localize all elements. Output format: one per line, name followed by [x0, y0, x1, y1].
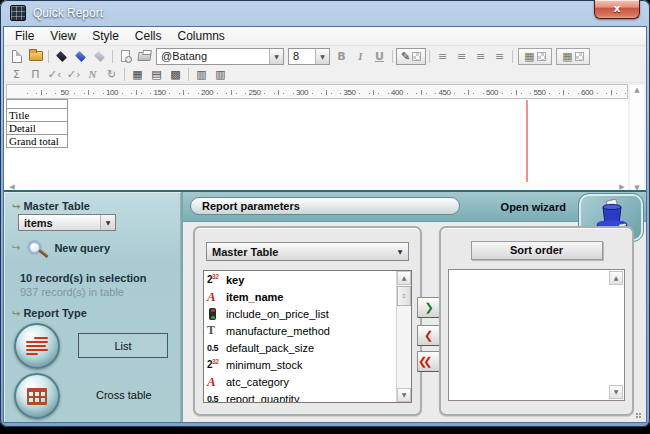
scroll-up-icon[interactable]: ▲ [630, 85, 644, 95]
field-row-default_pack_size[interactable]: 0.5default_pack_size [204, 339, 411, 356]
export-button[interactable] [90, 48, 109, 65]
field-rows: 232keyAitem_nameinclude_on_price_listTma… [204, 271, 411, 403]
pencil-icon: ✎ [401, 50, 410, 63]
band-row-title[interactable]: Title [6, 109, 68, 122]
report-parameters-panel: Report parameters Open wizard [183, 192, 646, 422]
sort-order-header[interactable]: Sort order [471, 241, 603, 260]
field-label: manufacture_method [226, 325, 330, 337]
band-header-cell[interactable] [6, 99, 68, 109]
cross-table-report-button[interactable] [14, 373, 60, 419]
align-left-button[interactable]: ≡ [433, 48, 452, 65]
cross-table-icon [27, 388, 47, 405]
insert-column-button[interactable]: ▥ [192, 66, 211, 83]
menu-cells[interactable]: Cells [127, 27, 170, 46]
cell-border-color-button[interactable]: ▦ [556, 48, 590, 65]
delete-column-button[interactable]: ▥ [211, 66, 230, 83]
field-row-item_name[interactable]: Aitem_name [204, 288, 411, 305]
chevron-down-icon[interactable]: ▼ [315, 49, 329, 64]
menu-view[interactable]: View [42, 27, 84, 46]
field-label: item_name [226, 291, 283, 303]
resize-grip[interactable] [636, 413, 642, 419]
vertical-scrollbar[interactable]: ▲ ▼ [630, 85, 644, 193]
field-row-atc_category[interactable]: Aatc_category [204, 373, 411, 390]
report-parameters-header: Report parameters [190, 197, 460, 215]
align-justify-button[interactable]: ≡ [490, 48, 509, 65]
grid-borders-button[interactable]: ▦ [128, 66, 147, 83]
new-report-button[interactable] [7, 48, 26, 65]
table-icon: ▦ [524, 50, 534, 63]
master-table-label: Master Table [23, 200, 89, 212]
menu-columns[interactable]: Columns [170, 27, 233, 46]
parameters-table-select[interactable]: Master Table ▼ [206, 242, 409, 261]
field-list[interactable]: 232keyAitem_nameinclude_on_price_listTma… [203, 270, 412, 403]
align-right-button[interactable]: ≡ [471, 48, 490, 65]
sum-button[interactable]: Σ [7, 66, 26, 83]
scroll-up-icon[interactable]: ▲ [609, 271, 623, 285]
italic-button[interactable]: I [351, 48, 370, 65]
field-row-minimum_stock[interactable]: 232minimum_stock [204, 356, 411, 373]
add-field-button[interactable]: ❯ [417, 297, 441, 318]
save-button[interactable] [52, 48, 71, 65]
field-list-scrollbar[interactable]: ▲ ≡ ▼ [396, 271, 411, 402]
band-row-grand-total[interactable]: Grand total [6, 135, 68, 148]
field-row-key[interactable]: 232key [204, 271, 411, 288]
band-row-detail[interactable]: Detail [6, 122, 68, 135]
separator [124, 68, 125, 81]
arrow-bullet-icon: ↪ [12, 201, 20, 212]
menu-style[interactable]: Style [84, 27, 127, 46]
expression-button[interactable]: Π [26, 66, 45, 83]
scroll-down-icon[interactable]: ▼ [609, 385, 623, 399]
titlebar[interactable]: Quick Report x [0, 0, 650, 26]
chevron-down-icon[interactable]: ▼ [392, 243, 408, 260]
chevron-down-icon[interactable]: ▼ [269, 49, 283, 64]
scrollbar-thumb[interactable]: ≡ [397, 286, 411, 306]
bold-button[interactable]: B [332, 48, 351, 65]
print-preview-button[interactable] [116, 48, 135, 65]
font-size-value: 8 [289, 50, 315, 62]
field-row-include_on_price_list[interactable]: include_on_price_list [204, 305, 411, 322]
master-table-value: items [19, 217, 100, 229]
list-report-icon [26, 337, 48, 355]
sort-order-list[interactable]: ▲ ▼ [448, 269, 625, 401]
grid-rows-button[interactable]: ▤ [147, 66, 166, 83]
check-out-button[interactable]: ✓› [64, 66, 83, 83]
ruler-label: 400 [391, 88, 403, 97]
menu-file[interactable]: File [7, 27, 42, 46]
print-button[interactable] [135, 48, 154, 65]
cell-background-button[interactable]: ▦ [518, 48, 552, 65]
close-button[interactable]: x [594, 0, 640, 19]
font-family-select[interactable]: @Batang ▼ [156, 48, 284, 65]
grid-shading-button[interactable]: ▩ [166, 66, 185, 83]
align-center-button[interactable]: ≡ [452, 48, 471, 65]
list-report-selected-label[interactable]: List [78, 333, 168, 358]
scroll-down-icon[interactable]: ▼ [397, 388, 411, 402]
field-name-button[interactable]: N [83, 66, 102, 83]
remove-field-button[interactable]: ❯ [417, 325, 441, 346]
bottom-panel: ↪ Master Table items ▼ ↪ New query 10 re… [4, 190, 646, 422]
undo-button[interactable]: ↻ [102, 66, 121, 83]
check-in-button[interactable]: ✓‹ [45, 66, 64, 83]
separator [512, 50, 513, 63]
master-table-select[interactable]: items ▼ [18, 214, 116, 231]
field-row-report_quantity[interactable]: 0.5report_quantity [204, 390, 411, 403]
design-canvas[interactable]: TitleDetailGrand total [4, 99, 628, 194]
underline-button[interactable]: U [370, 48, 389, 65]
app-icon [10, 5, 26, 21]
chevron-down-icon[interactable]: ▼ [100, 215, 115, 230]
scroll-up-icon[interactable]: ▲ [397, 271, 411, 285]
chevron-right-icon: ❯ [424, 301, 433, 314]
available-fields-group: Master Table ▼ 232keyAitem_nameinclude_o… [193, 226, 422, 416]
field-label: key [226, 274, 244, 286]
page-margin-marker[interactable] [526, 100, 528, 182]
separator [48, 50, 49, 63]
save-as-button[interactable] [71, 48, 90, 65]
remove-all-fields-button[interactable]: ❯❯ [417, 351, 441, 372]
text-color-button[interactable]: ✎ [396, 48, 426, 65]
list-label: List [114, 340, 131, 352]
list-report-button[interactable] [14, 323, 60, 369]
close-icon: x [613, 2, 620, 15]
open-report-button[interactable] [26, 48, 45, 65]
field-row-manufacture_method[interactable]: Tmanufacture_method [204, 322, 411, 339]
font-size-select[interactable]: 8 ▼ [288, 48, 330, 65]
new-query-button[interactable]: ↪ New query [12, 240, 110, 255]
